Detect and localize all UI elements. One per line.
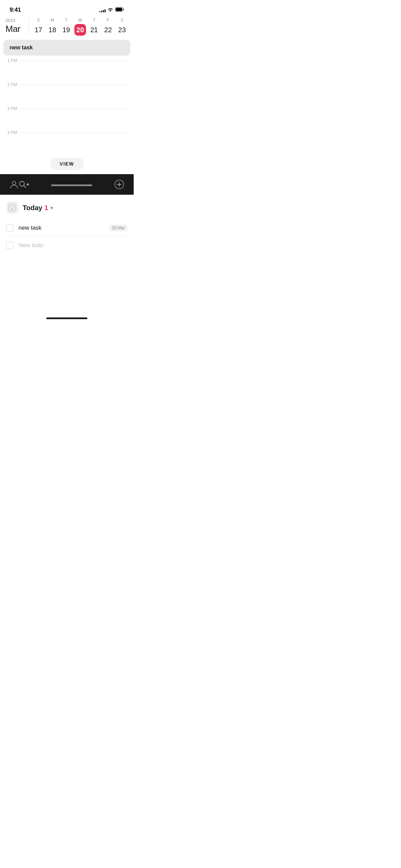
day-number: 17 <box>33 24 44 36</box>
todo-text: New todo <box>19 242 127 249</box>
day-number: 19 <box>60 24 72 36</box>
time-slot-1pm: 1 PM <box>5 58 128 82</box>
sheet-title: Today <box>23 204 42 212</box>
tab-search[interactable] <box>19 180 27 189</box>
svg-rect-1 <box>116 8 122 11</box>
sheet-title-row: Today 1 ▾ <box>23 204 53 212</box>
day-number: 22 <box>102 24 114 36</box>
signal-icon <box>99 8 106 12</box>
todo-checkbox[interactable] <box>6 224 14 232</box>
home-indicator <box>0 315 134 323</box>
day-number: 21 <box>88 24 100 36</box>
sheet-count: 1 <box>44 204 48 212</box>
day-number: 18 <box>47 24 58 36</box>
battery-icon <box>115 7 124 13</box>
task-banner-text: new task <box>10 45 33 50</box>
time-label: 1 PM <box>5 58 20 63</box>
home-indicator-pill <box>46 317 87 319</box>
day-name: T <box>93 18 95 23</box>
view-btn-wrap: VIEW <box>0 154 134 174</box>
day-name: S <box>121 18 123 23</box>
todo-date-badge: 20 Mar <box>109 225 127 231</box>
month-year-col: 2024 Mar <box>5 18 29 34</box>
tab-person[interactable] <box>10 180 19 189</box>
year-label: 2024 <box>5 18 25 24</box>
todo-text-col: New todo <box>19 242 127 249</box>
time-line <box>20 109 128 109</box>
today-app-icon <box>6 202 19 214</box>
todo-item-0[interactable]: new task 20 Mar <box>6 219 127 237</box>
day-col-21[interactable]: T 21 <box>88 18 100 36</box>
day-col-17[interactable]: S 17 <box>32 18 45 36</box>
month-label: Mar <box>5 24 25 34</box>
todo-text-col: new task <box>19 225 105 231</box>
tab-add[interactable] <box>114 180 124 189</box>
task-banner: new task <box>3 40 130 56</box>
bottom-sheet: Today 1 ▾ new task 20 Mar New todo <box>0 195 134 315</box>
calendar-body: 1 PM 2 PM 3 PM 4 PM <box>0 58 134 154</box>
time-label: 3 PM <box>5 106 20 111</box>
tab-bar <box>0 174 134 195</box>
home-indicator-area <box>29 183 114 186</box>
todo-list: new task 20 Mar New todo <box>0 219 134 254</box>
time-label: 2 PM <box>5 82 20 87</box>
time-line <box>20 133 128 133</box>
svg-rect-6 <box>9 206 16 207</box>
day-number: 20 <box>74 24 86 36</box>
time-slot-3pm: 3 PM <box>5 106 128 130</box>
todo-checkbox[interactable] <box>6 242 14 249</box>
chevron-down-icon[interactable]: ▾ <box>50 205 53 211</box>
svg-point-2 <box>12 181 16 185</box>
days-row: S 17 M 18 T 19 W 20 T 21 F 22 S 23 <box>32 18 128 36</box>
time-slot-4pm: 4 PM <box>5 130 128 154</box>
time-line <box>20 85 128 85</box>
bottom-sheet-header: Today 1 ▾ <box>0 202 134 219</box>
day-col-20[interactable]: W 20 <box>74 18 86 36</box>
status-bar: 9:41 <box>0 0 134 16</box>
day-col-23[interactable]: S 23 <box>116 18 128 36</box>
time-label: 4 PM <box>5 130 20 135</box>
time-slot-2pm: 2 PM <box>5 82 128 106</box>
day-name: S <box>37 18 40 23</box>
day-col-19[interactable]: T 19 <box>60 18 72 36</box>
day-name: W <box>78 18 82 23</box>
day-name: T <box>65 18 68 23</box>
day-number: 23 <box>116 24 128 36</box>
day-name: F <box>107 18 109 23</box>
view-button[interactable]: VIEW <box>50 158 84 170</box>
time-line <box>20 61 128 61</box>
todo-text: new task <box>19 225 105 231</box>
status-time: 9:41 <box>10 7 21 13</box>
day-name: M <box>51 18 54 23</box>
todo-item-1[interactable]: New todo <box>6 237 127 254</box>
day-col-18[interactable]: M 18 <box>46 18 59 36</box>
status-icons <box>99 7 124 13</box>
day-col-22[interactable]: F 22 <box>102 18 114 36</box>
wifi-icon <box>108 7 113 13</box>
calendar-header: 2024 Mar S 17 M 18 T 19 W 20 T 21 F 22 S… <box>0 16 134 38</box>
svg-point-7 <box>11 208 13 210</box>
